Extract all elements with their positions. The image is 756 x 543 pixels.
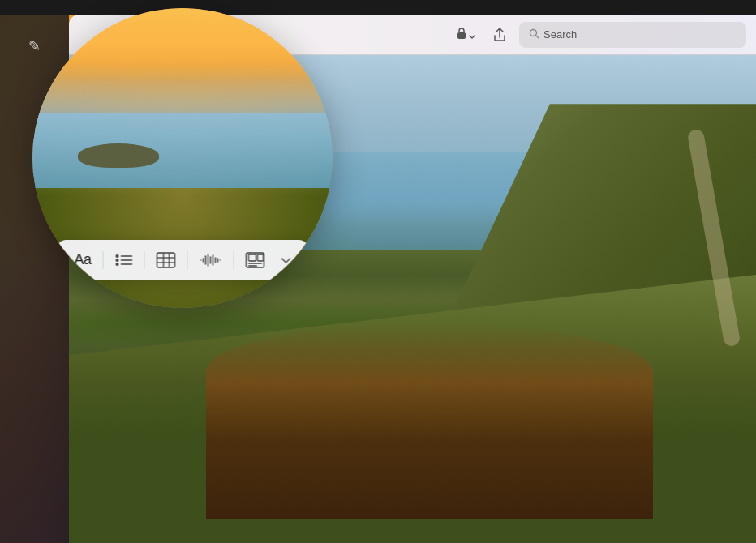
list-button[interactable] — [110, 250, 138, 271]
font-label: Aa — [74, 251, 91, 268]
toolbar-divider-4 — [234, 251, 234, 269]
toolbar-divider-1 — [103, 251, 104, 269]
search-bar[interactable]: Search — [519, 22, 746, 48]
svg-point-3 — [116, 259, 119, 262]
svg-rect-23 — [249, 254, 256, 261]
people-area — [206, 323, 653, 519]
table-icon — [157, 252, 176, 268]
chevron-down-icon — [281, 253, 291, 267]
magnify-island — [78, 143, 159, 168]
media-icon — [246, 252, 265, 268]
list-icon — [115, 253, 133, 267]
svg-point-4 — [116, 263, 119, 266]
lock-icon — [456, 27, 467, 42]
svg-point-2 — [116, 254, 119, 258]
svg-rect-8 — [157, 253, 175, 267]
audio-icon — [200, 253, 222, 267]
toolbar-divider-2 — [144, 251, 145, 269]
media-button[interactable] — [241, 249, 270, 272]
magnify-circle: Aa — [32, 8, 333, 308]
search-text: Search — [543, 28, 577, 41]
floating-toolbar-panel: Aa — [56, 240, 308, 280]
expand-button[interactable] — [277, 250, 296, 271]
lock-dropdown-icon — [469, 28, 475, 41]
table-button[interactable] — [152, 249, 181, 272]
font-button[interactable]: Aa — [69, 248, 96, 272]
svg-rect-0 — [457, 32, 466, 39]
share-button[interactable] — [487, 24, 513, 45]
lock-button[interactable] — [451, 24, 480, 45]
svg-rect-24 — [258, 254, 264, 261]
search-icon — [529, 28, 539, 42]
toolbar-divider-3 — [187, 251, 188, 269]
magnify-water — [32, 113, 333, 189]
audio-button[interactable] — [195, 250, 227, 271]
